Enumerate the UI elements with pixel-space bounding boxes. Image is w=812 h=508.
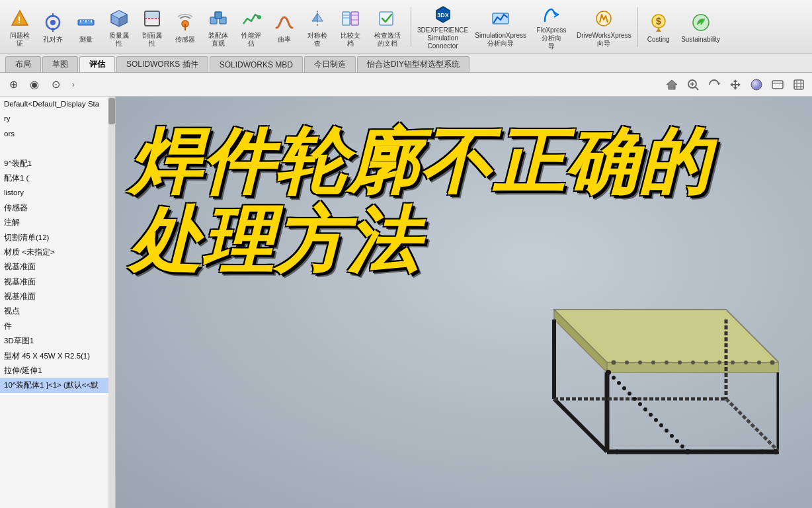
main-toolbar: ! 问题检 证 孔对齐 测量 质量属 性 剖面属 性 传感器 xyxy=(0,0,812,54)
tab-sw-plugins[interactable]: SOLIDWORKS 插件 xyxy=(116,56,208,72)
sidebar-scrollbar-thumb[interactable] xyxy=(108,98,115,124)
toolbar-curvature[interactable]: 曲率 xyxy=(268,3,300,52)
toolbar2-display-settings[interactable] xyxy=(768,75,787,94)
toolbar-label-sensor: 传感器 xyxy=(175,36,195,44)
tab-yiheda[interactable]: 怡合达DIY铝型材选型系统 xyxy=(357,56,469,72)
toolbar-simxpress[interactable]: SimulationXpress 分析向导 xyxy=(472,3,529,52)
toolbar2-expand-arrow[interactable]: › xyxy=(67,75,79,94)
toolbar-label-sustainability: Sustainability xyxy=(681,36,720,44)
tab-sw-mbd[interactable]: SOLIDWORKS MBD xyxy=(210,56,303,72)
flox-icon xyxy=(540,4,563,25)
toolbar-section-props[interactable]: 剖面属 性 xyxy=(136,3,168,52)
toolbar2-view-options[interactable] xyxy=(790,75,808,94)
toolbar-measure[interactable]: 测量 xyxy=(70,3,102,52)
svg-point-72 xyxy=(628,392,631,396)
sidebar-item-15[interactable]: 件 xyxy=(0,319,115,333)
sidebar-item-5[interactable]: 配体1 ( xyxy=(0,171,115,185)
svg-rect-52 xyxy=(794,80,803,89)
svg-rect-22 xyxy=(215,12,222,19)
sidebar-item-0[interactable]: Default<Default_Display Sta xyxy=(0,97,115,111)
toolbar-label-floxpress: FloXpress 分析向 导 xyxy=(537,26,567,50)
toolbar2-view-zoom[interactable] xyxy=(684,75,702,94)
sidebar-item-14[interactable]: 视点 xyxy=(0,304,115,318)
sidebar-item-8[interactable]: 注解 xyxy=(0,215,115,230)
toolbar-perf-eval[interactable]: 性能评 估 xyxy=(235,3,267,52)
toolbar-driveworks[interactable]: DriveWorksXpress 向导 xyxy=(574,3,634,52)
sidebar-item-18[interactable]: 拉伸/延伸1 xyxy=(0,363,115,378)
toolbar2-btn-crosshair[interactable]: ⊕ xyxy=(4,75,22,94)
viewport[interactable]: 焊件轮廓不正确的 处理方法 xyxy=(116,97,812,508)
svg-point-74 xyxy=(638,402,642,406)
toolbar-problem-check[interactable]: ! 问题检 证 xyxy=(4,3,36,52)
toolbar-sensor[interactable]: 传感器 xyxy=(169,3,201,52)
sidebar-item-3[interactable] xyxy=(0,141,115,155)
svg-line-44 xyxy=(696,87,699,90)
svg-point-3 xyxy=(50,20,56,25)
svg-point-94 xyxy=(747,450,751,454)
svg-point-103 xyxy=(691,360,695,364)
sidebar-scrollbar[interactable] xyxy=(108,97,115,508)
svg-point-104 xyxy=(704,360,708,364)
toolbar2-appearance[interactable] xyxy=(747,75,766,94)
toolbar-floxpress[interactable]: FloXpress 分析向 导 xyxy=(530,3,573,52)
svg-rect-17 xyxy=(145,11,159,19)
svg-line-67 xyxy=(726,399,779,452)
3dx-icon: 3DX xyxy=(431,4,455,25)
svg-rect-28 xyxy=(351,12,358,25)
toolbar-symmetry-check[interactable]: 对称检 查 xyxy=(302,3,333,52)
sidebar-item-7[interactable]: 传感器 xyxy=(0,200,115,215)
toolbar-label-curvature: 曲率 xyxy=(278,36,291,44)
cube-icon xyxy=(107,7,131,30)
tab-layout[interactable]: 布局 xyxy=(5,56,41,72)
tab-today-mfg[interactable]: 今日制造 xyxy=(304,56,356,72)
sidebar-item-13[interactable]: 视基准面 xyxy=(0,289,115,304)
toolbar-check-active[interactable]: 检查激活 的文档 xyxy=(368,3,407,52)
sidebar-item-16[interactable]: 3D草图1 xyxy=(0,333,115,348)
toolbar-sustainability[interactable]: Sustainability xyxy=(677,3,725,52)
sidebar-item-12[interactable]: 视基准面 xyxy=(0,275,115,289)
toolbar-assembly[interactable]: 装配体 直观 xyxy=(202,3,234,52)
toolbar-label-measure: 测量 xyxy=(79,36,93,44)
simx-icon xyxy=(489,7,512,30)
3d-model xyxy=(501,257,779,468)
tab-sketch[interactable]: 草图 xyxy=(42,56,78,72)
perf-icon xyxy=(239,7,263,30)
toolbar2-view-pan[interactable] xyxy=(726,75,745,94)
toolbar-label-check-active: 检查激活 的文档 xyxy=(374,32,401,48)
sidebar-item-4[interactable]: 9^装配1 xyxy=(0,156,115,171)
tab-evaluate[interactable]: 评估 xyxy=(79,56,115,72)
svg-point-83 xyxy=(685,449,690,454)
svg-point-75 xyxy=(643,407,647,411)
toolbar-3dexperience[interactable]: 3DX 3DEXPERIENCE Simulation Connector xyxy=(415,3,471,52)
toolbar-label-hole-align: 孔对齐 xyxy=(43,36,63,44)
sidebar-item-11[interactable]: 视基准面 xyxy=(0,259,115,274)
sidebar-item-19[interactable]: 10^装配体1 ]<1> (默认<<默 xyxy=(0,378,115,392)
sensor-icon xyxy=(173,11,197,34)
sidebar-item-2[interactable]: ors xyxy=(0,126,115,141)
sidebar-item-1[interactable]: ry xyxy=(0,111,115,126)
sidebar-item-17[interactable]: 型材 45 X 45W X R2.5(1) xyxy=(0,349,115,363)
toolbar-hole-align[interactable]: 孔对齐 xyxy=(37,3,69,52)
svg-point-91 xyxy=(708,450,711,454)
toolbar2-btn-target[interactable]: ◉ xyxy=(25,75,44,94)
sidebar-item-9[interactable]: 切割清单(12) xyxy=(0,230,115,245)
svg-point-92 xyxy=(721,450,725,454)
svg-point-78 xyxy=(659,423,663,427)
toolbar-costing[interactable]: $ Costing xyxy=(641,3,676,52)
svg-point-81 xyxy=(675,439,679,443)
svg-marker-48 xyxy=(730,79,741,90)
toolbar2-view-rotate[interactable] xyxy=(705,75,723,94)
toolbar-label-problem-check: 问题检 证 xyxy=(10,32,30,48)
toolbar-mass-props[interactable]: 质量属 性 xyxy=(103,3,135,52)
main-area: Default<Default_Display Sta ry ors 9^装配1… xyxy=(0,97,812,508)
sidebar-item-6[interactable]: listory xyxy=(0,185,115,200)
toolbar2-view-home[interactable] xyxy=(663,75,681,94)
svg-point-90 xyxy=(694,450,698,454)
toolbar-compare-docs[interactable]: 比较文 档 xyxy=(335,3,366,52)
sidebar-item-10[interactable]: 材质 <未指定> xyxy=(0,245,115,259)
toolbar-label-assembly: 装配体 直观 xyxy=(208,32,228,48)
svg-point-87 xyxy=(655,450,659,454)
toolbar2-btn-circle[interactable]: ⊙ xyxy=(46,75,65,94)
toolbar-label-section-props: 剖面属 性 xyxy=(142,32,162,48)
svg-marker-42 xyxy=(667,80,677,89)
